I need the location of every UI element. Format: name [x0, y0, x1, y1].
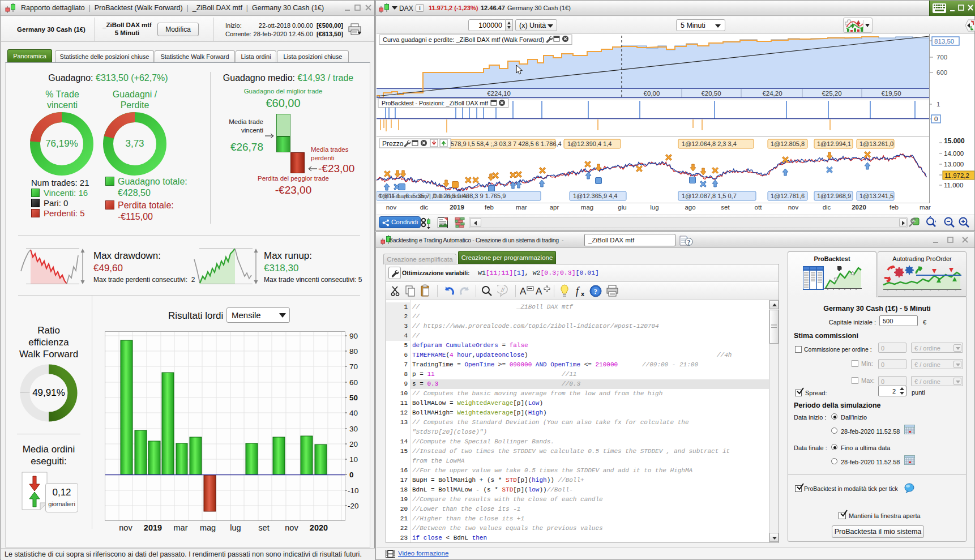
- svg-text:1: 1: [936, 101, 940, 108]
- svg-text:2020: 2020: [852, 204, 866, 211]
- svg-text:1@13.261,0: 1@13.261,0: [859, 140, 893, 147]
- svg-text:€24,20: €24,20: [762, 90, 782, 97]
- svg-text:nov: nov: [285, 523, 298, 532]
- svg-text:x: x: [581, 290, 585, 297]
- svg-text:50: 50: [349, 394, 358, 402]
- svg-text:90: 90: [349, 332, 358, 340]
- svg-text:A: A: [520, 286, 527, 297]
- svg-text:2019: 2019: [144, 523, 162, 532]
- svg-text:€25,20: €25,20: [822, 90, 841, 97]
- svg-text:700: 700: [936, 54, 947, 61]
- svg-text:lug: lug: [230, 523, 241, 532]
- svg-text:ProBacktest - Posizioni: _ZiBo: ProBacktest - Posizioni: _ZiBoll DAX mtf: [382, 100, 488, 106]
- svg-text:1@13.241,5: 1@13.241,5: [859, 193, 893, 199]
- svg-text:ott: ott: [755, 204, 763, 211]
- svg-text:80: 80: [349, 347, 358, 356]
- svg-text:-20: -20: [348, 502, 359, 510]
- svg-text:f: f: [576, 285, 580, 297]
- svg-text:578,9 I,5 58,4 ;,3 03,3 7 428,: 578,9 I,5 58,4 ;,3 03,3 7 428,5 6 1.786,…: [451, 140, 562, 147]
- svg-text:0: 0: [349, 471, 354, 479]
- svg-text:mar: mar: [920, 204, 931, 211]
- svg-text:?: ?: [687, 238, 691, 246]
- svg-text:feb: feb: [890, 204, 899, 211]
- svg-text:set: set: [258, 523, 269, 532]
- svg-text:dic: dic: [420, 204, 429, 211]
- svg-text:1@12.994,1: 1@12.994,1: [817, 140, 851, 147]
- svg-text:dic: dic: [823, 204, 831, 211]
- svg-text:A: A: [536, 286, 542, 297]
- svg-text:mag: mag: [200, 523, 216, 532]
- svg-text:1@12.968,9: 1@12.968,9: [817, 193, 851, 199]
- svg-text:mag: mag: [581, 204, 593, 211]
- svg-text:€0,00: €0,00: [644, 90, 660, 97]
- svg-text:mar: mar: [174, 523, 188, 532]
- svg-text:Prezzo: Prezzo: [382, 140, 404, 148]
- svg-text:apr: apr: [550, 204, 559, 211]
- svg-text:1@12.390,4 1,4: 1@12.390,4 1,4: [567, 140, 611, 147]
- svg-text:nov: nov: [119, 523, 132, 532]
- svg-text:nov: nov: [386, 204, 397, 211]
- svg-text:70: 70: [349, 362, 358, 371]
- svg-text:?: ?: [594, 287, 598, 296]
- svg-text:1@12.064,8 2,3 3,4: 1@12.064,8 2,3 3,4: [682, 140, 737, 147]
- svg-text:10: 10: [349, 455, 358, 464]
- svg-text:600: 600: [936, 69, 947, 76]
- svg-text:lug: lug: [650, 204, 658, 211]
- svg-text:1@12.781,6: 1@12.781,6: [771, 193, 805, 199]
- svg-text:60: 60: [349, 378, 358, 387]
- svg-text:€224,10: €224,10: [487, 90, 511, 97]
- svg-text:1@12.365,9 4,4: 1@12.365,9 4,4: [573, 193, 617, 199]
- svg-text:€20,50: €20,50: [701, 90, 721, 97]
- svg-text:13.000: 13.000: [944, 161, 964, 168]
- svg-text:2020: 2020: [310, 523, 328, 532]
- svg-text:nov: nov: [788, 204, 799, 211]
- svg-text:30: 30: [349, 425, 358, 433]
- svg-text:giu: giu: [618, 204, 626, 211]
- svg-text:11.972,2: 11.972,2: [944, 172, 969, 179]
- svg-text:20: 20: [349, 440, 358, 448]
- svg-text:1@12.805,8: 1@12.805,8: [771, 140, 805, 147]
- svg-text:11.000: 11.000: [944, 182, 963, 189]
- svg-text:mar: mar: [516, 204, 527, 211]
- svg-text:14.000: 14.000: [944, 150, 964, 157]
- svg-text:15.000: 15.000: [944, 137, 965, 145]
- svg-text:Curva guadagni e perdite: _ZiB: Curva guadagni e perdite: _ZiBoll DAX mt…: [383, 36, 544, 43]
- svg-text:40: 40: [349, 409, 358, 417]
- svg-text:2019: 2019: [450, 204, 464, 211]
- svg-text:feb: feb: [485, 204, 494, 211]
- svg-text:ago: ago: [685, 204, 695, 211]
- svg-text:0: 0: [934, 116, 938, 122]
- svg-text:1@12.087,8 1,5 0,7: 1@12.087,8 1,5 0,7: [682, 193, 737, 199]
- svg-text:813,50: 813,50: [934, 38, 954, 45]
- svg-text:€19,50: €19,50: [881, 90, 901, 97]
- svg-text:set: set: [721, 204, 730, 211]
- svg-text:-10: -10: [348, 486, 359, 495]
- svg-text:© IT-Finance.com | Dati indica: © IT-Finance.com | Dati indicativi: [378, 193, 469, 199]
